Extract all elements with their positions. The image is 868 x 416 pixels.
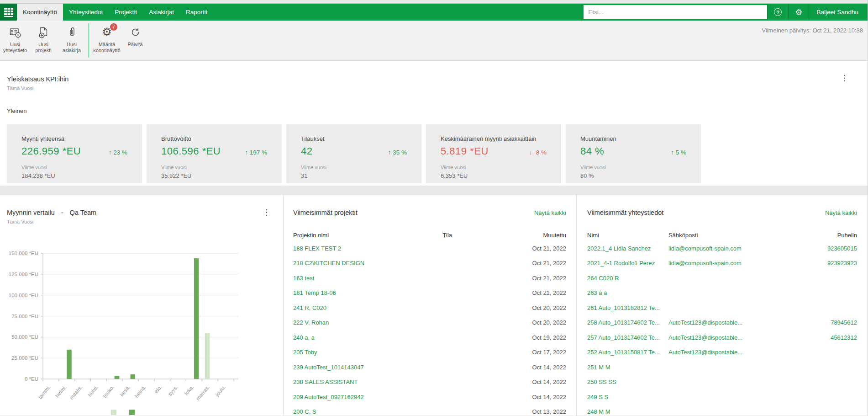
contact-name-link[interactable]: 261 Auto_1013182812 Te... (587, 304, 665, 311)
contact-name-link[interactable]: 251 M M (587, 364, 665, 371)
project-name-link[interactable]: 200 C, S (293, 408, 379, 415)
x-tick-label: kesä. (119, 384, 131, 398)
projects-view-all-link[interactable]: Näytä kaikki (534, 209, 566, 216)
nav-tab[interactable]: Yhteystiedot (63, 4, 109, 21)
project-name-link[interactable]: 239 AutoTest_1014143047 (293, 364, 379, 371)
nav-right: ? ⚙ Baljeet Sandhu (584, 4, 868, 21)
chart-team-name: Qa Team (70, 209, 97, 216)
kpi-last-year-label: Viime vuosi (580, 165, 692, 170)
project-name-link[interactable]: 188 FLEX TEST 2 (293, 245, 379, 252)
contact-name-link[interactable]: 248 M M (587, 408, 665, 415)
help-button[interactable]: ? (768, 4, 788, 21)
contact-name-link[interactable]: 250 SS SS (587, 379, 665, 385)
project-name-link[interactable]: 240 a, a (293, 334, 379, 341)
project-modified-date: Oct 13, 2022 (452, 408, 566, 415)
help-icon: ? (774, 8, 782, 16)
app-logo[interactable] (0, 4, 17, 21)
contacts-view-all-link[interactable]: Näytä kaikki (825, 209, 857, 216)
window-edge (0, 0, 868, 4)
tool-label: Määritäkoontinäyttö (93, 42, 120, 53)
project-row: 181 Temp 18-06 Oct 21, 2022 (293, 286, 566, 301)
kpi-card-value-row: 226.959 *EU ↑ 23 % (21, 145, 133, 157)
kpi-panel-subtitle: Tämä Vuosi (7, 85, 868, 91)
contact-name-link[interactable]: 2021_4-1 Rodolfo1 Perez (587, 260, 665, 267)
recent-contacts-panel: Viimeisimmät yhteystiedot Näytä kaikki N… (576, 195, 868, 416)
user-menu[interactable]: Baljeet Sandhu (809, 9, 864, 16)
project-name-link[interactable]: 222 V, Rohan (293, 319, 379, 326)
settings-button[interactable]: ⚙ (789, 4, 809, 21)
contact-email-link[interactable]: lidia@compusoft-spain.com (665, 245, 802, 252)
contact-name-link[interactable]: 257 Auto_1013174602 Te... (587, 334, 665, 341)
project-name-link[interactable]: 205 Toby (293, 349, 379, 356)
last-update-text: Viimeinen päivitys: Oct 21, 2022 10:38 (762, 27, 863, 34)
kpi-card-label: Tilaukset (301, 135, 412, 142)
contact-phone[interactable]: 923605015 (802, 245, 857, 252)
contact-email-link[interactable]: AutoTest123@dispostable... (665, 349, 802, 356)
contact-name-link[interactable]: 258 Auto_1013174602 Te... (587, 319, 665, 326)
chart-bar[interactable] (115, 376, 120, 379)
column-header: Sähköposti (665, 232, 802, 239)
kpi-card: Tilaukset 42 ↑ 35 % Viime vuosi 31 (286, 124, 421, 183)
project-name-link[interactable]: 241 R, C020 (293, 304, 379, 311)
column-header: Nimi (587, 232, 665, 239)
contact-phone[interactable]: 78945612 (802, 319, 857, 326)
chart-bar[interactable] (205, 333, 210, 379)
column-header: Muutettu (452, 232, 566, 239)
kpi-card-label: Bruttovoitto (161, 135, 273, 142)
chart-bar[interactable] (194, 258, 199, 379)
contact-name-link[interactable]: 252 Auto_1013150817 Te... (587, 349, 665, 356)
project-name-link[interactable]: 181 Temp 18-06 (293, 289, 379, 296)
kpi-last-year-value: 31 (301, 172, 412, 179)
contact-phone[interactable]: 45612312 (802, 334, 857, 341)
contact-card-add-icon (9, 25, 21, 39)
kpi-card-value: 226.959 *EU (21, 145, 81, 157)
kpi-last-year-value: 80 % (580, 172, 692, 179)
contact-email-link[interactable]: AutoTest123@dispostable... (665, 334, 802, 341)
kpi-card-value-row: 42 ↑ 35 % (301, 145, 412, 157)
tool-label: Uusiyhteystieto (3, 42, 27, 53)
contact-name-link[interactable]: 264 C020 R (587, 275, 665, 282)
search-input[interactable] (584, 5, 767, 19)
kpi-card-value-row: 84 % ↑ 5 % (580, 145, 692, 157)
contact-name-link[interactable]: 263 a a (587, 289, 665, 296)
kpi-panel-title: Yleiskatsaus KPI:ihin (7, 75, 868, 83)
trend-arrow-icon: ↓ (529, 149, 532, 156)
project-name-link[interactable]: 163 test (293, 275, 379, 282)
sales-comparison-chart[interactable]: 0 *EU25.000 *EU50.000 *EU75.000 *EU100.0… (7, 248, 276, 416)
contact-name-link[interactable]: 2022.1_4 Lidia Sanchez (587, 245, 665, 252)
configure-dashboard-button[interactable]: ⚙ 7 Määritäkoontinäyttö (93, 21, 121, 60)
x-tick-label: loka. (184, 384, 195, 396)
refresh-button[interactable]: Päivitä (121, 21, 149, 60)
nav-tab[interactable]: Asiakirjat (143, 4, 180, 21)
project-name-link[interactable]: 238 SALES ASSISTANT (293, 379, 379, 385)
chart-menu-button[interactable]: ⋮ (260, 209, 273, 216)
legend-swatch[interactable] (129, 410, 135, 415)
new-project-button[interactable]: Uusiprojekti (29, 21, 58, 60)
nav-tab[interactable]: Raportit (180, 4, 213, 21)
nav-tab[interactable]: Projektit (109, 4, 143, 21)
kpi-cards: Myynti yhteensä 226.959 *EU ↑ 23 % Viime… (7, 124, 701, 183)
contact-name-link[interactable]: 249 S S (587, 394, 665, 400)
contact-email-link[interactable]: lidia@compusoft-spain.com (665, 260, 802, 267)
projects-rows: 188 FLEX TEST 2 Oct 21, 2022 218 C2\KITC… (293, 241, 566, 416)
project-name-link[interactable]: 209 AutoTest_0927162942 (293, 394, 379, 400)
kpi-last-year-value: 6.353 *EU (441, 172, 552, 179)
x-tick-label: tammi. (37, 384, 52, 400)
contact-phone[interactable]: 923923923 (802, 260, 857, 267)
project-name-link[interactable]: 218 C2\KITCHEN DESIGN (293, 260, 379, 267)
kpi-menu-button[interactable]: ⋮ (838, 75, 851, 82)
contact-row: 264 C020 R (587, 271, 857, 286)
project-modified-date: Oct 19, 2022 (452, 334, 566, 341)
trend-arrow-icon: ↑ (388, 149, 391, 156)
toolbar-divider (89, 23, 89, 58)
legend-swatch[interactable] (111, 410, 116, 415)
chart-bar[interactable] (131, 374, 136, 379)
nav-tab[interactable]: Koontinäyttö (17, 4, 63, 21)
chart-bar[interactable] (67, 350, 72, 379)
nav-tabs: KoontinäyttöYhteystiedotProjektitAsiakir… (17, 4, 213, 21)
new-contact-button[interactable]: Uusiyhteystieto (1, 21, 29, 60)
contact-row: 250 SS SS (587, 375, 857, 390)
contact-email-link[interactable]: AutoTest123@dispostable... (665, 319, 802, 326)
project-row: 188 FLEX TEST 2 Oct 21, 2022 (293, 241, 566, 256)
new-document-button[interactable]: Uusiasiakirja (58, 21, 86, 60)
